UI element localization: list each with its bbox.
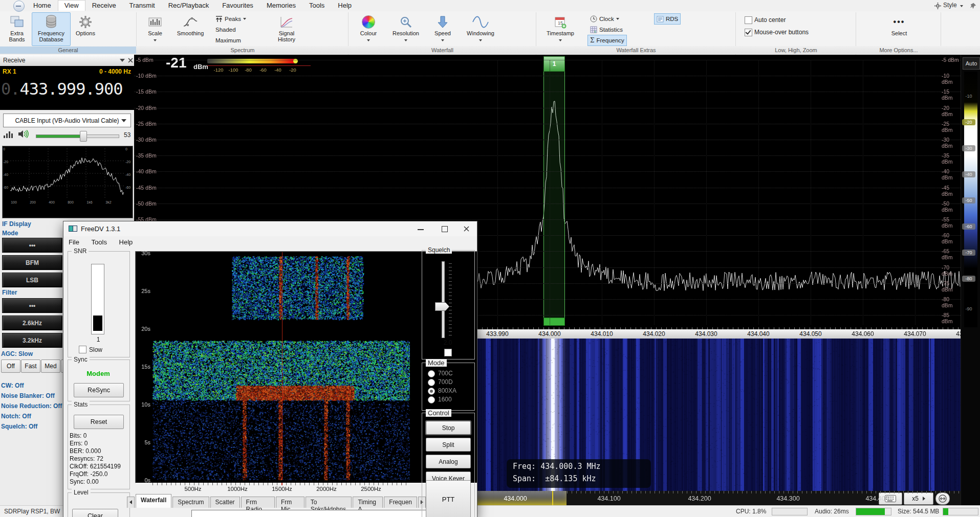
close-icon[interactable] bbox=[128, 57, 133, 62]
mouse-over-buttons-checkbox[interactable]: Mouse-over buttons bbox=[742, 27, 811, 38]
snr-slow-checkbox[interactable]: Slow bbox=[79, 346, 102, 353]
span-reset-button[interactable] bbox=[935, 492, 950, 505]
mode-button-bfm[interactable]: BFM bbox=[2, 255, 62, 270]
analog-button[interactable]: Analog bbox=[426, 455, 471, 468]
dsp-status-squelch[interactable]: Squelch: Off bbox=[1, 423, 37, 430]
app-menu-orb-icon[interactable] bbox=[13, 1, 25, 12]
squelch-enable-checkbox[interactable] bbox=[444, 349, 452, 356]
speaker-icon[interactable] bbox=[17, 129, 29, 141]
agc-button-med[interactable]: Med bbox=[41, 359, 60, 373]
options-button[interactable]: Options bbox=[72, 12, 99, 46]
gear-icon[interactable] bbox=[934, 2, 941, 11]
smoothing-button[interactable]: Smoothing bbox=[172, 12, 209, 46]
freedv-waterfall-canvas[interactable] bbox=[153, 252, 410, 480]
tuning-band[interactable] bbox=[543, 60, 565, 325]
tab-scroll-left-icon[interactable] bbox=[127, 497, 135, 508]
audio-spectrum-scope[interactable]: 0-20-40-60 0-20-40-60 1002004008001k63k2 bbox=[2, 146, 133, 218]
ribbon-tab-rec-playback[interactable]: Rec/Playback bbox=[162, 0, 215, 10]
ribbon-tab-view[interactable]: View bbox=[58, 0, 85, 11]
radio-700d[interactable] bbox=[428, 379, 435, 386]
mode-button-[interactable]: ••• bbox=[2, 238, 62, 253]
rx-marker-tab[interactable]: 1 bbox=[543, 56, 565, 72]
scale-button[interactable]: Scale bbox=[141, 12, 169, 46]
volume-slider-track[interactable] bbox=[83, 134, 119, 138]
squelch-slider-track[interactable] bbox=[442, 261, 445, 338]
freedv-tab-spectrum[interactable]: Spectrum bbox=[172, 497, 209, 508]
peaks-button[interactable]: Peaks bbox=[213, 13, 249, 25]
filter-button-26khz[interactable]: 2.6kHz bbox=[2, 316, 62, 330]
clear-button[interactable]: Clear bbox=[72, 509, 118, 517]
ribbon-tab-help[interactable]: Help bbox=[331, 0, 358, 10]
ptt-button[interactable]: PTT bbox=[426, 480, 471, 517]
windowing-button[interactable]: Windowing bbox=[460, 12, 502, 46]
if-display-label[interactable]: IF Display bbox=[2, 220, 31, 228]
freedv-tab-waterfall[interactable]: Waterfall bbox=[136, 494, 171, 508]
extra-bands-button[interactable]: Extra Bands bbox=[2, 12, 32, 46]
frequency-display[interactable]: RX 1 0 - 4000 Hz 0.433.999.900 bbox=[0, 66, 134, 110]
dsp-status-notch[interactable]: Notch: Off bbox=[1, 413, 31, 420]
text-message-input[interactable] bbox=[191, 510, 430, 517]
volume-slider-thumb[interactable] bbox=[80, 131, 87, 142]
rds-button[interactable]: RDS bbox=[654, 13, 681, 25]
resync-button[interactable]: ReSync bbox=[74, 383, 124, 397]
freedv-tab-scatter[interactable]: Scatter bbox=[210, 497, 240, 508]
timestamp-button[interactable]: 15 Timestamp bbox=[540, 12, 580, 46]
frequency-button[interactable]: Σ Frequency bbox=[587, 35, 627, 46]
signal-history-button[interactable]: Signal History bbox=[271, 12, 302, 46]
filter-bandwidth-bar[interactable] bbox=[543, 318, 565, 326]
maximize-button[interactable] bbox=[433, 221, 455, 236]
volume-slider-track-filled[interactable] bbox=[36, 134, 84, 138]
radio-700c[interactable] bbox=[428, 370, 435, 377]
ribbon-tab-receive[interactable]: Receive bbox=[85, 0, 123, 10]
freedv-tab-frequen[interactable]: Frequen bbox=[384, 497, 417, 508]
freedv-tab-frm-mic[interactable]: Frm Mic bbox=[276, 497, 304, 508]
group-label-more-options[interactable]: More Options... bbox=[857, 47, 941, 54]
auto-range-button[interactable]: Auto bbox=[963, 57, 980, 70]
ribbon-tab-transmit[interactable]: Transmit bbox=[123, 0, 162, 10]
menu-file[interactable]: File bbox=[63, 236, 84, 248]
speed-button[interactable]: Speed bbox=[429, 12, 456, 46]
ribbon-tab-tools[interactable]: Tools bbox=[302, 0, 331, 10]
frequency-database-button[interactable]: Frequency Database bbox=[32, 12, 71, 46]
receive-panel-header[interactable]: Receive bbox=[0, 55, 134, 66]
level-meter-icon[interactable] bbox=[3, 131, 13, 140]
ribbon-tab-favourites[interactable]: Favourites bbox=[215, 0, 260, 10]
ribbon-tab-memories[interactable]: Memories bbox=[260, 0, 302, 10]
mode-button-lsb[interactable]: LSB bbox=[2, 273, 62, 287]
clock-button[interactable]: Clock bbox=[587, 13, 622, 25]
radio-1600[interactable] bbox=[428, 396, 435, 403]
reset-button[interactable]: Reset bbox=[74, 415, 124, 429]
collapse-arrow-icon[interactable] bbox=[120, 59, 125, 62]
agc-label[interactable]: AGC: Slow bbox=[1, 350, 33, 357]
statistics-button[interactable]: 9 Statistics bbox=[587, 24, 625, 35]
freedv-tab-to-spkr-hdphns[interactable]: To Spkr/Hdphns bbox=[306, 497, 352, 508]
agc-button-off[interactable]: Off bbox=[1, 359, 20, 373]
split-button[interactable]: Split bbox=[426, 438, 471, 452]
window-close-button[interactable] bbox=[455, 221, 477, 236]
minimize-button[interactable] bbox=[409, 221, 432, 236]
agc-button-fast[interactable]: Fast bbox=[21, 359, 40, 373]
freedv-tab-frm-radio[interactable]: Frm Radio bbox=[241, 497, 275, 508]
stop-button[interactable]: Stop bbox=[426, 421, 471, 435]
freedv-window[interactable]: FreeDV 1.3.1 File Tools Help SNR 1 Slow … bbox=[63, 221, 477, 517]
radio-800xa[interactable] bbox=[428, 388, 435, 395]
dsp-status-cw[interactable]: CW: Off bbox=[1, 382, 24, 389]
freedv-title-bar[interactable]: FreeDV 1.3.1 bbox=[63, 221, 477, 236]
style-menu[interactable]: Style bbox=[943, 2, 963, 9]
shaded-button[interactable]: Shaded bbox=[213, 24, 238, 35]
dsp-status-noise-blanker[interactable]: Noise Blanker: Off bbox=[1, 392, 55, 399]
resolution-button[interactable]: Resolution bbox=[386, 12, 426, 46]
pin-icon[interactable] bbox=[970, 2, 976, 11]
dsp-status-noise-reduction[interactable]: Noise Reduction: Off bbox=[1, 402, 62, 410]
freedv-tab-timing-[interactable]: Timing Δ bbox=[353, 497, 383, 508]
zoom-factor-button[interactable]: x5 bbox=[904, 492, 933, 505]
menu-tools[interactable]: Tools bbox=[86, 236, 112, 248]
auto-center-checkbox[interactable]: Auto center bbox=[742, 14, 788, 26]
menu-help[interactable]: Help bbox=[114, 236, 138, 248]
filter-button-32khz[interactable]: 3.2kHz bbox=[2, 333, 62, 348]
ribbon-tab-home[interactable]: Home bbox=[27, 0, 58, 10]
audio-device-select[interactable]: CABLE Input (VB-Audio Virtual Cable) bbox=[3, 114, 131, 127]
maximum-button[interactable]: Maximum bbox=[213, 35, 244, 46]
select-button[interactable]: ••• Select bbox=[880, 12, 918, 46]
tuned-frequency[interactable]: 0.433.999.900 bbox=[1, 79, 133, 99]
